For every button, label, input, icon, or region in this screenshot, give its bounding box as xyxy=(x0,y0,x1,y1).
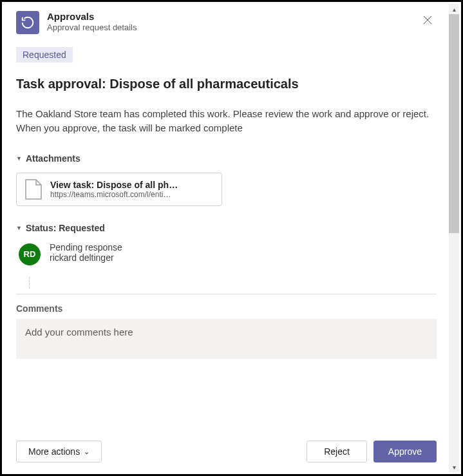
approve-button[interactable]: Approve xyxy=(373,441,437,462)
attachment-card[interactable]: View task: Dispose of all ph… https://te… xyxy=(16,173,222,206)
status-section-header[interactable]: ▼ Status: Requested xyxy=(16,223,437,233)
close-button[interactable] xyxy=(419,11,437,29)
reject-label: Reject xyxy=(324,446,350,457)
scroll-up-button[interactable]: ▴ xyxy=(449,4,459,14)
close-icon xyxy=(423,15,432,24)
status-label: Status: Requested xyxy=(26,223,105,233)
approval-title: Task approval: Dispose of all pharmaceut… xyxy=(16,77,437,91)
approver-name: rickard deltinger xyxy=(50,252,122,263)
dialog-footer: More actions ⌄ Reject Approve xyxy=(16,426,437,462)
approval-description: The Oakland Store team has completed thi… xyxy=(16,107,437,135)
attachment-text: View task: Dispose of all ph… https://te… xyxy=(50,180,178,199)
timeline-line xyxy=(29,277,437,289)
reject-button[interactable]: Reject xyxy=(307,441,367,462)
chevron-down-icon: ▾ xyxy=(453,464,456,471)
chevron-down-icon: ▼ xyxy=(16,155,22,162)
attachment-url: https://teams.microsoft.com/l/enti… xyxy=(50,190,178,199)
chevron-up-icon: ▴ xyxy=(453,6,456,13)
chevron-down-icon: ⌄ xyxy=(84,448,90,456)
more-actions-button[interactable]: More actions ⌄ xyxy=(16,441,102,462)
attachments-section-header[interactable]: ▼ Attachments xyxy=(16,153,437,164)
scrollbar-thumb[interactable] xyxy=(449,14,459,233)
divider xyxy=(16,294,437,294)
attachment-title: View task: Dispose of all ph… xyxy=(50,180,178,190)
comments-label: Comments xyxy=(16,303,437,314)
approve-label: Approve xyxy=(388,446,422,457)
approver-status: Pending response xyxy=(50,242,122,252)
app-title: Approvals xyxy=(47,11,419,23)
scrollbar-track[interactable]: ▴ ▾ xyxy=(449,4,459,472)
header-text: Approvals Approval request details xyxy=(47,11,419,33)
scroll-down-button[interactable]: ▾ xyxy=(449,462,459,472)
approvals-app-icon xyxy=(16,11,39,34)
more-actions-label: More actions xyxy=(28,446,80,457)
approver-row: RD Pending response rickard deltinger xyxy=(16,242,437,265)
dialog-header: Approvals Approval request details xyxy=(16,11,437,34)
app-subtitle: Approval request details xyxy=(47,23,419,33)
approver-info: Pending response rickard deltinger xyxy=(50,242,122,263)
dialog-content: Approvals Approval request details Reque… xyxy=(2,2,451,474)
file-icon xyxy=(24,178,43,200)
status-badge: Requested xyxy=(16,47,73,62)
chevron-down-icon: ▼ xyxy=(16,225,22,231)
comments-input[interactable] xyxy=(16,319,437,359)
approver-avatar: RD xyxy=(19,243,41,265)
attachments-label: Attachments xyxy=(26,153,80,164)
